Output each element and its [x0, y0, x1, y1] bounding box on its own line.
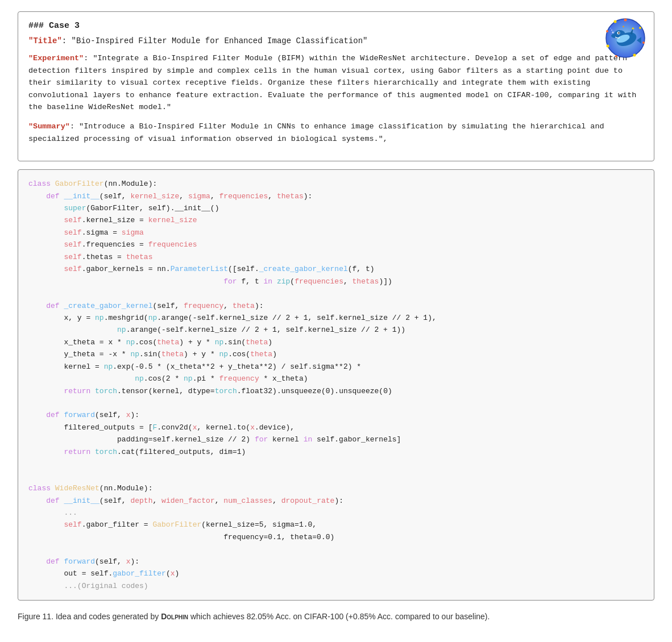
code-cos2: .cos(	[228, 350, 250, 358]
code-dot2: .sigma =	[82, 228, 122, 237]
code-comma2: ,	[210, 192, 219, 201]
code-comma5: ,	[152, 497, 161, 505]
builtin-np10: np	[184, 374, 193, 383]
code-tensor: .tensor(kernel, dtype=	[117, 387, 215, 395]
fn-init1: __init__	[64, 192, 99, 201]
comment-ellipsis: ...	[64, 508, 77, 517]
code-comma7: ,	[272, 497, 281, 505]
svg-point-2	[639, 27, 641, 29]
code-plain5: ([self.	[228, 265, 259, 273]
code-plain9: ,	[343, 277, 352, 286]
builtin-super: super	[64, 204, 86, 212]
case-heading: ### Case 3	[28, 21, 644, 31]
kw-in: in	[264, 277, 277, 286]
main-container: ✦ ✦ ### Case 3 "Title": "Bio-Inspired Fi…	[18, 11, 654, 623]
ref-freq: frequencies	[148, 240, 197, 249]
svg-point-13	[618, 32, 620, 34]
newline1	[28, 228, 64, 237]
ref-freq2: frequencies	[294, 277, 343, 286]
builtin-np5: np	[215, 338, 224, 347]
cls-gabor: GaborFilter	[55, 180, 104, 188]
param-numcls: num_classes	[223, 497, 272, 505]
param-theta: theta	[233, 302, 255, 310]
code-plain7: f, t	[241, 277, 263, 286]
code-xy: x, y =	[64, 314, 95, 322]
svg-point-8	[614, 20, 617, 23]
code-sin1: .sin(	[223, 338, 246, 347]
code-dot1: .kernel_size =	[82, 216, 148, 224]
ref-thetas: thetas	[126, 253, 153, 261]
builtin-torch1: torch	[95, 387, 117, 395]
ref-thetas2: thetas	[352, 277, 379, 286]
code-plain18: (self,	[95, 411, 126, 419]
kw-def2: def	[46, 302, 64, 310]
svg-point-18	[611, 30, 612, 31]
ref-gabor-cls: GaborFilter	[152, 520, 201, 529]
newline2	[28, 240, 64, 249]
param-thetas: thetas	[277, 192, 304, 201]
self1: self	[64, 216, 81, 224]
svg-point-7	[606, 30, 608, 32]
code-ytheta: y_theta = -x *	[64, 350, 130, 358]
svg-point-6	[607, 45, 609, 48]
newline5	[28, 520, 64, 529]
builtin-np6: np	[130, 350, 139, 358]
code-cos1: .cos(	[135, 338, 157, 347]
builtin-torch3: torch	[95, 448, 117, 456]
code-dot4: .thetas =	[82, 253, 126, 261]
comment-original: ...(Original codes)	[64, 582, 148, 590]
kw-return1: return	[64, 387, 95, 395]
svg-point-17	[612, 32, 614, 34]
param-dropout: dropout_rate	[281, 497, 335, 505]
fn-create-gabor: _create_gabor_kernel	[259, 265, 348, 273]
code-conv2d: .conv2d(	[157, 423, 192, 432]
code-filtered: filtered_outputs = [	[64, 423, 152, 432]
svg-point-19	[610, 28, 611, 29]
ref-x3: x	[171, 569, 175, 578]
code-plain29: (	[166, 569, 171, 578]
code-plain8: (	[290, 277, 294, 286]
self6: self	[64, 520, 81, 529]
code-pi: .pi *	[193, 374, 219, 383]
fn-init2: __init__	[64, 497, 99, 505]
code-plain27: (self,	[95, 557, 126, 566]
param-ks: kernel_size	[130, 192, 179, 201]
ref-x2: x	[250, 423, 255, 432]
code-plain15: ) + y *	[184, 350, 219, 358]
kw-def5: def	[46, 557, 64, 566]
code-cat: .cat(filtered_outputs, dim=1)	[117, 448, 246, 456]
param-freq: frequencies	[219, 192, 268, 201]
newline4	[28, 265, 64, 273]
ref-theta1: theta	[157, 338, 179, 347]
kw-for2: for	[255, 435, 272, 444]
cls-wideresnet: WideResNet	[55, 484, 99, 493]
summary-label: "Summary"	[28, 122, 70, 131]
code-plain2: (self,	[99, 192, 131, 201]
code-plain20: , kernel.to(	[197, 423, 251, 432]
code-sin2: .sin(	[139, 350, 161, 358]
experiment-label: "Experiment"	[28, 54, 84, 62]
code-meshgrid: .meshgrid(	[104, 314, 148, 322]
code-out: out = self.	[64, 569, 113, 578]
figure-caption-text: Figure 11. Idea and codes generated by D…	[18, 612, 490, 621]
code-box: class GaborFilter(nn.Module): def __init…	[18, 169, 654, 601]
self3: self	[64, 240, 81, 249]
self5: self	[64, 265, 81, 273]
param-depth: depth	[130, 497, 152, 505]
kw-return2: return	[64, 448, 95, 456]
code-plain21: kernel	[272, 435, 304, 444]
builtin-zip: zip	[277, 277, 290, 286]
kw-def3: def	[46, 411, 64, 419]
figure-caption: Figure 11. Idea and codes generated by D…	[18, 611, 654, 623]
svg-point-4	[633, 54, 636, 57]
title-colon: :	[62, 36, 67, 45]
builtin-np1: np	[95, 314, 104, 322]
ref-frequency2: frequency	[219, 374, 259, 383]
experiment-value: : "Integrate a Bio-Inspired Filter Modul…	[28, 54, 636, 111]
ref-theta2: theta	[246, 338, 268, 347]
fn-paramlist: ParameterList	[171, 265, 228, 273]
kw-class2: class	[28, 484, 55, 493]
kw-in2: in	[304, 435, 317, 444]
title-label: "Title"	[28, 36, 62, 45]
svg-text:✦: ✦	[631, 26, 635, 31]
